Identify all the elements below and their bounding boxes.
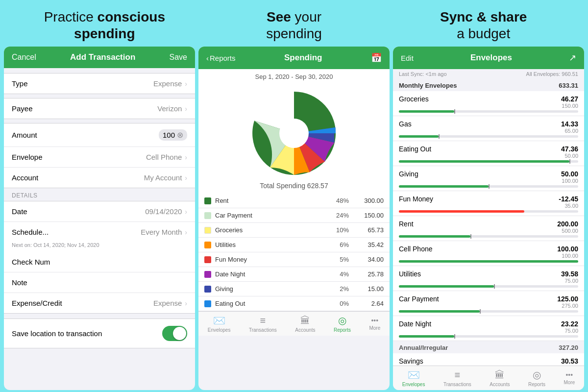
env-cell-phone[interactable]: Cell Phone 100.00 100.00 [393,241,584,266]
edit-button[interactable]: Edit [401,54,414,62]
nav3-transactions[interactable]: ≡ Transactions [443,369,471,387]
schedule-inner: Schedule... Every Month › [4,222,195,242]
env-rent[interactable]: Rent 200.00 500.00 [393,216,584,241]
nav3-envelopes[interactable]: ✉️ Envelopes [402,369,425,387]
panel3-bottom-nav: ✉️ Envelopes ≡ Transactions 🏛 Accounts ◎… [393,366,584,390]
car-pct: 24% [332,212,349,219]
utilities-color [204,242,211,248]
nav3-accounts[interactable]: 🏛 Accounts [490,369,510,387]
acc3-nav-label: Accounts [490,382,510,387]
envelopes-nav-label: Envelopes [208,327,231,333]
header-col-2: See yourspending [199,9,389,42]
env-gas[interactable]: Gas 14.33 65.00 [393,116,584,141]
type-chevron-icon: › [185,80,187,88]
panel3-title: Envelopes [470,53,512,63]
groceries-color [204,227,211,234]
utilities-amt: 35.42 [357,241,384,248]
details-section: Date 09/14/2020 › Schedule... Every Mont… [4,201,195,314]
env-eating-out[interactable]: Eating Out 47.36 50.00 [393,141,584,166]
nav3-more[interactable]: ••• More [564,371,575,385]
rpt3-nav-icon: ◎ [533,369,541,381]
giving-color [204,286,211,293]
schedule-row[interactable]: Schedule... Every Month › Next on: Oct 1… [4,222,195,252]
rent-color [204,197,211,204]
env-car-payment[interactable]: Car Payment 125.00 275.00 [393,291,584,316]
funmoney-amt: 34.00 [357,256,384,263]
amount-row[interactable]: Amount 100 ⊗ [4,123,195,147]
trx3-nav-label: Transactions [443,382,471,387]
back-chevron-icon: ‹ [206,54,209,62]
utilities-label: Utilities [215,241,332,248]
date-chevron-icon: › [185,208,187,216]
payee-row[interactable]: Payee Verizon › [4,98,195,119]
date-row[interactable]: Date 09/14/2020 › [4,201,195,222]
calendar-icon[interactable]: 📅 [371,52,382,63]
env-savings[interactable]: Savings 30.53 100.00 [393,353,584,366]
payee-chevron-icon: › [185,105,187,113]
date-value: 09/14/2020 › [145,207,187,216]
header-title-1: Practice consciousspending [10,9,199,42]
nav-accounts[interactable]: 🏛 Accounts [295,315,315,333]
toggle-row: Save location to transaction [4,318,195,348]
account-label: Account [12,173,38,182]
date-range: Sep 1, 2020 - Sep 30, 2020 [198,69,390,84]
type-row[interactable]: Type Expense › [4,74,195,94]
save-button[interactable]: Save [170,53,187,62]
total-spending: Total Spending 628.57 [198,180,390,194]
share-icon[interactable]: ↗ [569,52,576,63]
expense-credit-chevron-icon: › [185,299,187,307]
nav-envelopes[interactable]: ✉️ Envelopes [208,315,231,333]
envelope-row[interactable]: Envelope Cell Phone › [4,147,195,168]
nav-more[interactable]: ••• More [369,317,380,331]
nav-reports[interactable]: ◎ Reports [334,315,351,333]
toggle-label: Save location to transaction [12,329,102,338]
payee-value: Verizon › [157,104,187,113]
transactions-nav-icon: ≡ [260,315,266,326]
legend-datenight: Date Night 4% 25.78 [198,267,390,282]
monthly-label: Monthly Envelopes [399,82,457,89]
expense-credit-row[interactable]: Expense/Credit Expense › [4,293,195,313]
env-date-night[interactable]: Date Night 23.22 75.00 [393,316,584,341]
envelopes-list: Groceries 46.27 150.00 Gas 14.33 65. [393,91,584,366]
datenight-pct: 4% [332,270,349,278]
header-col-1: Practice consciousspending [10,9,199,42]
rpt3-nav-label: Reports [528,382,545,387]
panel1-header: Cancel Add Transaction Save [4,47,195,68]
pie-chart [198,84,390,180]
nav3-reports[interactable]: ◎ Reports [528,369,545,387]
env-utilities[interactable]: Utilities 39.58 75.00 [393,266,584,291]
monthly-total: 633.31 [559,82,578,89]
reports-nav-icon: ◎ [338,315,346,326]
header-title-3: Sync & sharea budget [389,9,578,42]
account-row[interactable]: Account My Account › [4,168,195,188]
details-section-label: DETAILS [4,188,195,201]
envelope-label: Envelope [12,153,43,161]
eatingout-color [204,300,211,307]
nav-transactions[interactable]: ≡ Transactions [249,315,277,333]
note-row[interactable]: Note [4,272,195,293]
env-groceries[interactable]: Groceries 46.27 150.00 [393,91,584,116]
clear-amount-icon[interactable]: ⊗ [177,130,183,140]
cancel-button[interactable]: Cancel [12,53,36,62]
groceries-amt: 65.73 [357,226,384,234]
giving-amt: 15.00 [357,285,384,293]
location-toggle[interactable] [162,326,187,341]
rent-amt: 300.00 [357,197,384,204]
annual-total: 327.20 [559,344,578,351]
back-button[interactable]: ‹ Reports [206,54,236,62]
datenight-color [204,271,211,278]
envelope-value: Cell Phone › [146,153,187,161]
checknum-row[interactable]: Check Num [4,252,195,272]
expense-credit-label: Expense/Credit [12,299,62,307]
panel2-bottom-nav: ✉️ Envelopes ≡ Transactions 🏛 Accounts ◎… [198,311,390,336]
header-col-3: Sync & sharea budget [389,9,578,42]
env-fun-money[interactable]: Fun Money -12.45 35.00 [393,191,584,216]
reports-nav-label: Reports [334,327,351,333]
more-nav-icon: ••• [371,317,378,324]
env-giving[interactable]: Giving 50.00 100.00 [393,166,584,191]
header-row: Practice consciousspending See yourspend… [0,0,588,47]
schedule-value: Every Month › [141,228,187,236]
groceries-label: Groceries [215,226,332,234]
panel-spending: ‹ Reports Spending 📅 Sep 1, 2020 - Sep 3… [198,47,390,390]
back-label: Reports [210,54,236,62]
